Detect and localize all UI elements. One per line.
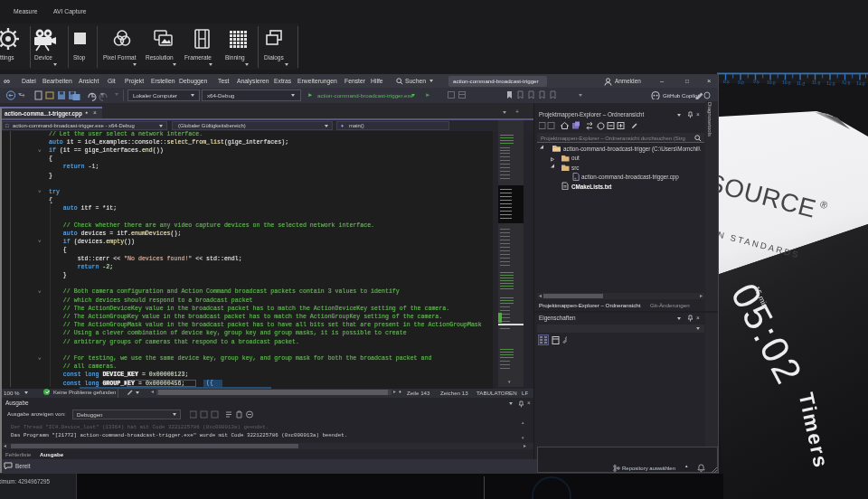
svg-text:+: + <box>574 176 577 181</box>
